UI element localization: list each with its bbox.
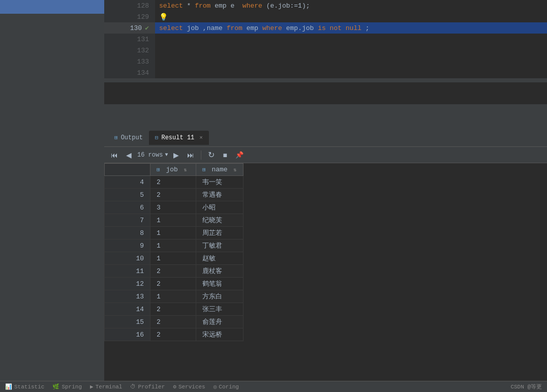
result-tab-icon: ⊟ xyxy=(155,134,159,141)
row-number-cell: 15 xyxy=(105,316,150,328)
line-content-132[interactable] xyxy=(155,45,547,56)
name-cell: 方东白 xyxy=(196,290,244,303)
status-terminal-label: Terminal xyxy=(96,384,123,390)
table-row: 52常遇春 xyxy=(105,189,244,201)
table-row: 142张三丰 xyxy=(105,303,244,316)
line-number-132: 132 xyxy=(104,45,155,56)
col-header-job[interactable]: ⊞ job ⇅ xyxy=(150,164,196,176)
code-line-133: 133 xyxy=(104,56,547,67)
name-cell: 俞莲舟 xyxy=(196,316,244,328)
job-cell: 2 xyxy=(150,176,196,189)
line-content-129[interactable]: 💡 xyxy=(155,11,547,22)
status-item-profiler[interactable]: ⏱ Profiler xyxy=(130,383,165,390)
table-row: 71纪晓芙 xyxy=(105,214,244,227)
status-profiler-label: Profiler xyxy=(138,384,165,390)
editor-area: 128 select * from emp e where (e.job:=1)… xyxy=(104,0,547,104)
tab-result[interactable]: ⊟ Result 11 × xyxy=(149,131,209,145)
line-number-130: 130 ✔ xyxy=(104,22,155,34)
code-line-131: 131 xyxy=(104,34,547,45)
name-col-icon: ⊞ xyxy=(202,167,206,173)
name-cell: 纪晓芙 xyxy=(196,214,244,227)
results-table: ⊞ job ⇅ ⊞ name ⇅ 42韦一笑52常遇春63小 xyxy=(104,163,244,341)
next-page-button[interactable]: ▶ xyxy=(171,149,181,161)
line-content-130[interactable]: select job ,name from emp where emp.job … xyxy=(155,22,547,34)
job-cell: 1 xyxy=(150,239,196,252)
status-bar-right: CSDN @等更 xyxy=(510,383,542,390)
tab-result-label: Result 11 xyxy=(161,134,194,141)
status-item-coring[interactable]: ◎ Coring xyxy=(214,383,239,390)
status-statistic-label: Statistic xyxy=(14,384,44,390)
job-cell: 1 xyxy=(150,227,196,239)
line-content-131[interactable] xyxy=(155,34,547,45)
name-sort-icon[interactable]: ⇅ xyxy=(233,167,236,173)
name-cell: 鹤笔翁 xyxy=(196,278,244,290)
status-bar: 📊 Statistic 🌿 Spring ▶ Terminal ⏱ Profil… xyxy=(0,381,547,392)
table-row: 122鹤笔翁 xyxy=(105,278,244,290)
code-line-128: 128 select * from emp e where (e.job:=1)… xyxy=(104,0,547,11)
first-page-button[interactable]: ⏮ xyxy=(108,149,120,161)
last-page-button[interactable]: ⏭ xyxy=(185,149,197,161)
output-tab-icon: ⊞ xyxy=(114,134,118,141)
row-number-cell: 6 xyxy=(105,201,150,214)
check-icon: ✔ xyxy=(145,24,149,32)
job-sort-icon[interactable]: ⇅ xyxy=(184,167,187,173)
row-number-cell: 7 xyxy=(105,214,150,227)
results-toolbar: ⏮ ◀ 16 rows ▼ ▶ ⏭ ↻ ■ 📌 xyxy=(104,147,547,163)
status-item-services[interactable]: ⚙ Services xyxy=(173,383,205,390)
job-cell: 2 xyxy=(150,328,196,341)
status-coring-label: Coring xyxy=(219,384,239,390)
left-panel-top xyxy=(0,0,104,14)
data-table-wrapper: ⊞ job ⇅ ⊞ name ⇅ 42韦一笑52常遇春63小 xyxy=(104,163,547,392)
profiler-icon: ⏱ xyxy=(130,383,136,390)
code-line-132: 132 xyxy=(104,45,547,56)
job-cell: 3 xyxy=(150,201,196,214)
rows-dropdown-icon[interactable]: ▼ xyxy=(165,152,168,158)
job-cell: 1 xyxy=(150,214,196,227)
toolbar-divider-1 xyxy=(201,150,201,160)
name-cell: 鹿杖客 xyxy=(196,265,244,278)
status-item-statistic[interactable]: 📊 Statistic xyxy=(5,383,44,390)
tab-close-button[interactable]: × xyxy=(199,135,203,141)
stop-button[interactable]: ■ xyxy=(220,149,229,161)
refresh-button[interactable]: ↻ xyxy=(205,148,217,161)
row-number-cell: 9 xyxy=(105,239,150,252)
job-cell: 1 xyxy=(150,290,196,303)
line-content-128[interactable]: select * from emp e where (e.job:=1); xyxy=(155,0,547,11)
table-row: 152俞莲舟 xyxy=(105,316,244,328)
code-line-129: 129 💡 xyxy=(104,11,547,22)
right-panel: 128 select * from emp e where (e.job:=1)… xyxy=(104,0,547,392)
row-number-cell: 13 xyxy=(105,290,150,303)
status-item-terminal[interactable]: ▶ Terminal xyxy=(90,383,122,390)
job-cell: 2 xyxy=(150,278,196,290)
job-col-label: job xyxy=(166,166,177,173)
line-content-133[interactable] xyxy=(155,56,547,67)
col-header-name[interactable]: ⊞ name ⇅ xyxy=(196,164,244,176)
job-cell: 2 xyxy=(150,189,196,201)
line-number-131: 131 xyxy=(104,34,155,45)
row-number-cell: 5 xyxy=(105,189,150,201)
pin-button[interactable]: 📌 xyxy=(233,149,246,160)
code-lines: 128 select * from emp e where (e.job:=1)… xyxy=(104,0,547,78)
line-content-134[interactable] xyxy=(155,67,547,78)
tab-output-label: Output xyxy=(121,134,143,141)
table-row: 91丁敏君 xyxy=(105,239,244,252)
name-col-label: name xyxy=(211,166,227,173)
name-cell: 张三丰 xyxy=(196,303,244,316)
spring-icon: 🌿 xyxy=(52,383,59,390)
prev-page-button[interactable]: ◀ xyxy=(124,149,134,161)
tab-output[interactable]: ⊞ Output xyxy=(108,131,149,145)
tabs-bar: ⊞ Output ⊟ Result 11 × xyxy=(104,129,547,147)
bulb-icon[interactable]: 💡 xyxy=(159,13,168,21)
services-icon: ⚙ xyxy=(173,383,176,390)
row-number-cell: 12 xyxy=(105,278,150,290)
horizontal-scrollbar[interactable] xyxy=(104,78,547,82)
code-line-130: 130 ✔ select job ,name from emp where em… xyxy=(104,22,547,34)
table-row: 131方东白 xyxy=(105,290,244,303)
job-cell: 2 xyxy=(150,316,196,328)
table-row: 63小昭 xyxy=(105,201,244,214)
rows-selector[interactable]: 16 rows ▼ xyxy=(137,152,168,159)
status-item-spring[interactable]: 🌿 Spring xyxy=(52,383,82,390)
name-cell: 韦一笑 xyxy=(196,176,244,189)
row-number-cell: 14 xyxy=(105,303,150,316)
table-header-row: ⊞ job ⇅ ⊞ name ⇅ xyxy=(105,164,244,176)
